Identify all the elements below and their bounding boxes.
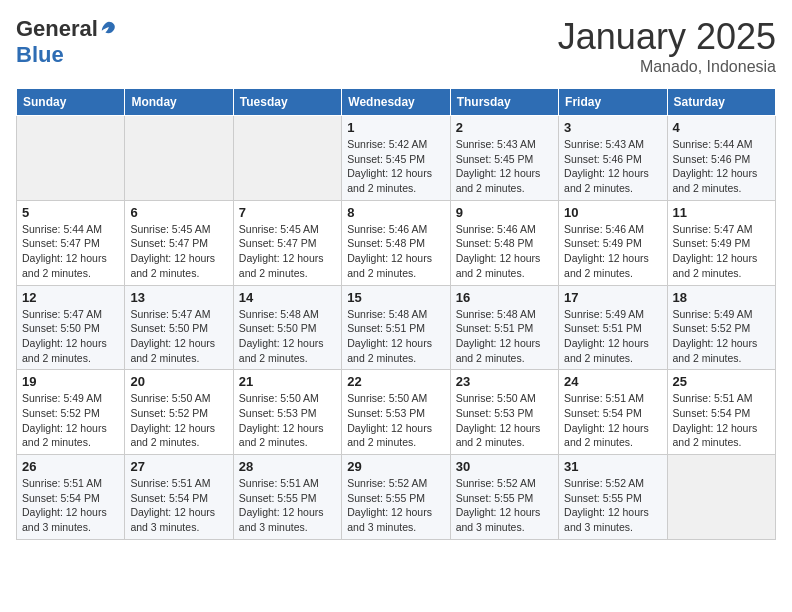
day-info: Sunrise: 5:48 AMSunset: 5:50 PMDaylight:… bbox=[239, 307, 336, 366]
calendar-cell: 10Sunrise: 5:46 AMSunset: 5:49 PMDayligh… bbox=[559, 200, 667, 285]
day-info: Sunrise: 5:42 AMSunset: 5:45 PMDaylight:… bbox=[347, 137, 444, 196]
day-header-wednesday: Wednesday bbox=[342, 89, 450, 116]
calendar-cell: 1Sunrise: 5:42 AMSunset: 5:45 PMDaylight… bbox=[342, 116, 450, 201]
day-header-saturday: Saturday bbox=[667, 89, 775, 116]
day-info: Sunrise: 5:51 AMSunset: 5:54 PMDaylight:… bbox=[673, 391, 770, 450]
day-header-monday: Monday bbox=[125, 89, 233, 116]
day-number: 19 bbox=[22, 374, 119, 389]
day-number: 12 bbox=[22, 290, 119, 305]
days-header-row: SundayMondayTuesdayWednesdayThursdayFrid… bbox=[17, 89, 776, 116]
week-row-2: 5Sunrise: 5:44 AMSunset: 5:47 PMDaylight… bbox=[17, 200, 776, 285]
day-header-tuesday: Tuesday bbox=[233, 89, 341, 116]
calendar-cell: 9Sunrise: 5:46 AMSunset: 5:48 PMDaylight… bbox=[450, 200, 558, 285]
calendar-cell: 4Sunrise: 5:44 AMSunset: 5:46 PMDaylight… bbox=[667, 116, 775, 201]
header: General Blue January 2025 Manado, Indone… bbox=[16, 16, 776, 76]
day-info: Sunrise: 5:46 AMSunset: 5:49 PMDaylight:… bbox=[564, 222, 661, 281]
day-number: 22 bbox=[347, 374, 444, 389]
day-info: Sunrise: 5:43 AMSunset: 5:46 PMDaylight:… bbox=[564, 137, 661, 196]
day-number: 29 bbox=[347, 459, 444, 474]
calendar-cell: 14Sunrise: 5:48 AMSunset: 5:50 PMDayligh… bbox=[233, 285, 341, 370]
day-info: Sunrise: 5:51 AMSunset: 5:55 PMDaylight:… bbox=[239, 476, 336, 535]
calendar-cell: 29Sunrise: 5:52 AMSunset: 5:55 PMDayligh… bbox=[342, 455, 450, 540]
calendar-cell: 15Sunrise: 5:48 AMSunset: 5:51 PMDayligh… bbox=[342, 285, 450, 370]
day-info: Sunrise: 5:49 AMSunset: 5:52 PMDaylight:… bbox=[22, 391, 119, 450]
day-number: 16 bbox=[456, 290, 553, 305]
day-number: 2 bbox=[456, 120, 553, 135]
day-number: 10 bbox=[564, 205, 661, 220]
day-info: Sunrise: 5:52 AMSunset: 5:55 PMDaylight:… bbox=[564, 476, 661, 535]
day-info: Sunrise: 5:51 AMSunset: 5:54 PMDaylight:… bbox=[130, 476, 227, 535]
day-info: Sunrise: 5:50 AMSunset: 5:52 PMDaylight:… bbox=[130, 391, 227, 450]
day-number: 5 bbox=[22, 205, 119, 220]
calendar-cell: 11Sunrise: 5:47 AMSunset: 5:49 PMDayligh… bbox=[667, 200, 775, 285]
calendar-cell: 26Sunrise: 5:51 AMSunset: 5:54 PMDayligh… bbox=[17, 455, 125, 540]
day-info: Sunrise: 5:44 AMSunset: 5:46 PMDaylight:… bbox=[673, 137, 770, 196]
calendar-cell: 2Sunrise: 5:43 AMSunset: 5:45 PMDaylight… bbox=[450, 116, 558, 201]
day-info: Sunrise: 5:43 AMSunset: 5:45 PMDaylight:… bbox=[456, 137, 553, 196]
calendar-title: January 2025 bbox=[558, 16, 776, 58]
day-info: Sunrise: 5:52 AMSunset: 5:55 PMDaylight:… bbox=[347, 476, 444, 535]
day-number: 25 bbox=[673, 374, 770, 389]
calendar-cell: 22Sunrise: 5:50 AMSunset: 5:53 PMDayligh… bbox=[342, 370, 450, 455]
calendar-cell: 19Sunrise: 5:49 AMSunset: 5:52 PMDayligh… bbox=[17, 370, 125, 455]
day-info: Sunrise: 5:47 AMSunset: 5:49 PMDaylight:… bbox=[673, 222, 770, 281]
day-info: Sunrise: 5:49 AMSunset: 5:52 PMDaylight:… bbox=[673, 307, 770, 366]
day-info: Sunrise: 5:45 AMSunset: 5:47 PMDaylight:… bbox=[239, 222, 336, 281]
day-info: Sunrise: 5:47 AMSunset: 5:50 PMDaylight:… bbox=[130, 307, 227, 366]
day-info: Sunrise: 5:45 AMSunset: 5:47 PMDaylight:… bbox=[130, 222, 227, 281]
day-number: 7 bbox=[239, 205, 336, 220]
day-number: 28 bbox=[239, 459, 336, 474]
calendar-cell: 6Sunrise: 5:45 AMSunset: 5:47 PMDaylight… bbox=[125, 200, 233, 285]
calendar-cell bbox=[667, 455, 775, 540]
day-number: 24 bbox=[564, 374, 661, 389]
day-number: 20 bbox=[130, 374, 227, 389]
day-info: Sunrise: 5:44 AMSunset: 5:47 PMDaylight:… bbox=[22, 222, 119, 281]
calendar-cell: 23Sunrise: 5:50 AMSunset: 5:53 PMDayligh… bbox=[450, 370, 558, 455]
day-number: 21 bbox=[239, 374, 336, 389]
day-number: 3 bbox=[564, 120, 661, 135]
calendar-cell: 3Sunrise: 5:43 AMSunset: 5:46 PMDaylight… bbox=[559, 116, 667, 201]
calendar-subtitle: Manado, Indonesia bbox=[558, 58, 776, 76]
day-header-sunday: Sunday bbox=[17, 89, 125, 116]
day-info: Sunrise: 5:50 AMSunset: 5:53 PMDaylight:… bbox=[456, 391, 553, 450]
calendar-cell: 17Sunrise: 5:49 AMSunset: 5:51 PMDayligh… bbox=[559, 285, 667, 370]
day-number: 8 bbox=[347, 205, 444, 220]
day-number: 18 bbox=[673, 290, 770, 305]
calendar-cell bbox=[125, 116, 233, 201]
day-info: Sunrise: 5:47 AMSunset: 5:50 PMDaylight:… bbox=[22, 307, 119, 366]
logo-bird-icon bbox=[100, 20, 118, 38]
calendar-cell: 12Sunrise: 5:47 AMSunset: 5:50 PMDayligh… bbox=[17, 285, 125, 370]
logo: General Blue bbox=[16, 16, 118, 68]
calendar-cell: 20Sunrise: 5:50 AMSunset: 5:52 PMDayligh… bbox=[125, 370, 233, 455]
calendar-cell: 8Sunrise: 5:46 AMSunset: 5:48 PMDaylight… bbox=[342, 200, 450, 285]
day-number: 14 bbox=[239, 290, 336, 305]
calendar-cell: 13Sunrise: 5:47 AMSunset: 5:50 PMDayligh… bbox=[125, 285, 233, 370]
day-number: 26 bbox=[22, 459, 119, 474]
calendar-cell: 21Sunrise: 5:50 AMSunset: 5:53 PMDayligh… bbox=[233, 370, 341, 455]
day-header-thursday: Thursday bbox=[450, 89, 558, 116]
day-info: Sunrise: 5:48 AMSunset: 5:51 PMDaylight:… bbox=[456, 307, 553, 366]
day-info: Sunrise: 5:46 AMSunset: 5:48 PMDaylight:… bbox=[456, 222, 553, 281]
calendar-cell: 18Sunrise: 5:49 AMSunset: 5:52 PMDayligh… bbox=[667, 285, 775, 370]
calendar-cell: 25Sunrise: 5:51 AMSunset: 5:54 PMDayligh… bbox=[667, 370, 775, 455]
calendar-cell: 28Sunrise: 5:51 AMSunset: 5:55 PMDayligh… bbox=[233, 455, 341, 540]
calendar-cell: 7Sunrise: 5:45 AMSunset: 5:47 PMDaylight… bbox=[233, 200, 341, 285]
calendar-cell: 5Sunrise: 5:44 AMSunset: 5:47 PMDaylight… bbox=[17, 200, 125, 285]
week-row-4: 19Sunrise: 5:49 AMSunset: 5:52 PMDayligh… bbox=[17, 370, 776, 455]
day-number: 1 bbox=[347, 120, 444, 135]
day-number: 11 bbox=[673, 205, 770, 220]
day-number: 6 bbox=[130, 205, 227, 220]
logo-general-text: General bbox=[16, 16, 98, 42]
logo-blue-text: Blue bbox=[16, 42, 64, 68]
day-info: Sunrise: 5:52 AMSunset: 5:55 PMDaylight:… bbox=[456, 476, 553, 535]
day-number: 27 bbox=[130, 459, 227, 474]
calendar-cell bbox=[233, 116, 341, 201]
day-number: 31 bbox=[564, 459, 661, 474]
calendar-cell bbox=[17, 116, 125, 201]
day-info: Sunrise: 5:50 AMSunset: 5:53 PMDaylight:… bbox=[239, 391, 336, 450]
day-number: 30 bbox=[456, 459, 553, 474]
day-number: 9 bbox=[456, 205, 553, 220]
calendar-cell: 27Sunrise: 5:51 AMSunset: 5:54 PMDayligh… bbox=[125, 455, 233, 540]
day-number: 15 bbox=[347, 290, 444, 305]
calendar-table: SundayMondayTuesdayWednesdayThursdayFrid… bbox=[16, 88, 776, 540]
